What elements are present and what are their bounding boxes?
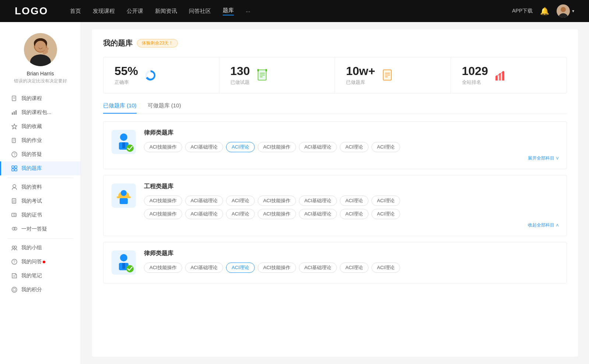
chevron-down-icon: ▾: [572, 8, 574, 14]
main-inner: 我的题库 体验剩余23天！ 55% 正确率: [92, 29, 578, 357]
bell-icon[interactable]: 🔔: [540, 7, 549, 15]
sidebar-item-certificate-label: 我的证书: [21, 212, 42, 218]
tag-l2-0[interactable]: ACI技能操作: [144, 263, 182, 273]
sidebar-item-exam[interactable]: 我的考试: [0, 194, 81, 208]
doc-icon: [11, 198, 18, 204]
tag-eng-r2-5[interactable]: ACI理论: [340, 209, 368, 219]
svg-point-1: [561, 7, 566, 12]
tag-l2-6[interactable]: ACI理论: [371, 263, 400, 273]
nav-qa[interactable]: 问答社区: [189, 8, 211, 15]
tag-eng-5[interactable]: ACI理论: [340, 196, 368, 206]
svg-point-31: [13, 201, 14, 201]
sidebar-item-group-label: 我的小组: [21, 245, 42, 251]
tag-l2-1[interactable]: ACI基础理论: [185, 263, 223, 273]
file-icon: [11, 95, 18, 102]
tag-lawyer1-5[interactable]: ACI理论: [340, 142, 368, 152]
bar-icon: [11, 109, 18, 116]
svg-rect-54: [257, 69, 259, 71]
tag-l2-4[interactable]: ACI基础理论: [299, 263, 337, 273]
tag-eng-0[interactable]: ACI技能操作: [144, 196, 182, 206]
tags-row-engineer-1: ACI技能操作 ACI基础理论 ACI理论 ACI技能操作 ACI基础理论 AC…: [144, 196, 559, 206]
category-card-engineer: 工程类题库 ACI技能操作 ACI基础理论 ACI理论 ACI技能操作 ACI基…: [103, 175, 567, 236]
notification-dot: [43, 261, 45, 263]
nav-home[interactable]: 首页: [70, 8, 81, 15]
sidebar-item-group[interactable]: 我的小组: [0, 241, 81, 255]
sidebar-item-qa[interactable]: ? 我的问答: [0, 255, 81, 269]
expand-lawyer1[interactable]: 展开全部科目 ∨: [144, 155, 559, 161]
tag-eng-r2-1[interactable]: ACI基础理论: [185, 209, 223, 219]
sidebar-item-course[interactable]: 我的课程: [0, 92, 81, 106]
category-name-engineer: 工程类题库: [144, 183, 559, 190]
stat-correct-label: 正确率: [114, 79, 138, 86]
nav-opencourse[interactable]: 公开课: [127, 8, 143, 15]
sidebar-item-notes[interactable]: 我的笔记: [0, 269, 81, 283]
nav-more[interactable]: ···: [246, 8, 250, 14]
tag-eng-r2-2[interactable]: ACI理论: [226, 209, 255, 219]
avatar-wrapper[interactable]: ▾: [557, 4, 574, 18]
tab-available[interactable]: 可做题库 (10): [148, 102, 181, 114]
app-download-btn[interactable]: APP下载: [512, 8, 533, 14]
tag-eng-6[interactable]: ACI理论: [371, 196, 400, 206]
svg-point-74: [121, 190, 127, 196]
tab-done[interactable]: 已做题库 (10): [103, 102, 137, 114]
tag-l2-2[interactable]: ACI理论: [226, 263, 255, 273]
sidebar-item-homework[interactable]: 我的作业: [0, 133, 81, 147]
logo: LOGO: [15, 5, 48, 17]
lawyer-icon: [111, 129, 137, 155]
sidebar-item-course-label: 我的课程: [21, 95, 42, 102]
tag-l2-3[interactable]: ACI技能操作: [258, 263, 296, 273]
tag-eng-3[interactable]: ACI技能操作: [258, 196, 296, 206]
nav-quiz[interactable]: 题库: [223, 7, 234, 15]
sidebar-item-tutoring[interactable]: 一对一答疑: [0, 222, 81, 236]
sidebar-item-package[interactable]: 我的课程包...: [0, 106, 81, 119]
navbar-right: APP下载 🔔 ▾: [512, 4, 574, 18]
sidebar-item-points[interactable]: 我的积分: [0, 283, 81, 297]
tag-l2-5[interactable]: ACI理论: [340, 263, 368, 273]
stat-done-quizzes-label: 已做题库: [346, 79, 375, 86]
category-card-lawyer2: 律师类题库 ACI技能操作 ACI基础理论 ACI理论 ACI技能操作 ACI基…: [103, 242, 567, 283]
group-icon: [11, 245, 18, 251]
stat-done-quizzes: 10w+ 已做题库: [335, 57, 451, 93]
svg-rect-14: [12, 113, 13, 115]
svg-rect-55: [265, 69, 267, 71]
tag-eng-r2-3[interactable]: ACI技能操作: [258, 209, 296, 219]
svg-point-40: [14, 246, 17, 248]
tag-lawyer1-3[interactable]: ACI技能操作: [258, 142, 296, 152]
svg-point-46: [13, 288, 16, 291]
tag-eng-1[interactable]: ACI基础理论: [185, 196, 223, 206]
svg-point-64: [496, 75, 497, 77]
sidebar-item-notes-label: 我的笔记: [21, 272, 42, 279]
svg-text:?: ?: [14, 153, 16, 157]
svg-point-33: [13, 202, 14, 203]
tag-eng-4[interactable]: ACI基础理论: [299, 196, 337, 206]
sidebar-item-favorites[interactable]: 我的收藏: [0, 119, 81, 133]
tag-lawyer1-6[interactable]: ACI理论: [371, 142, 400, 152]
grid-icon: [11, 165, 18, 172]
sidebar-item-quiz-label: 我的题库: [21, 165, 42, 172]
category-content-lawyer2: 律师类题库 ACI技能操作 ACI基础理论 ACI理论 ACI技能操作 ACI基…: [144, 250, 559, 276]
nav-discover[interactable]: 发现课程: [93, 8, 115, 15]
sidebar-item-questions[interactable]: ? 我的答疑: [0, 147, 81, 161]
tag-eng-r2-4[interactable]: ACI基础理论: [299, 209, 337, 219]
sidebar-item-profile[interactable]: 我的资料: [0, 180, 81, 194]
sidebar-item-tutoring-label: 一对一答疑: [21, 226, 47, 232]
svg-rect-62: [499, 74, 501, 81]
sidebar-item-quiz[interactable]: 我的题库: [0, 161, 81, 175]
sidebar-item-qa-label: 我的问答: [21, 258, 42, 265]
tag-lawyer1-4[interactable]: ACI基础理论: [299, 142, 337, 152]
tag-lawyer1-1[interactable]: ACI基础理论: [185, 142, 223, 152]
tag-lawyer1-2[interactable]: ACI理论: [226, 142, 255, 152]
page-title: 我的题库: [103, 38, 133, 48]
star-icon: [11, 123, 18, 130]
sidebar-item-certificate[interactable]: 我的证书: [0, 208, 81, 222]
tag-lawyer1-0[interactable]: ACI技能操作: [144, 142, 182, 152]
tag-eng-r2-6[interactable]: ACI理论: [371, 209, 400, 219]
stat-rank: 1029 全站排名: [451, 57, 567, 93]
collapse-engineer[interactable]: 收起全部科目 ∧: [144, 222, 559, 228]
avatar: [557, 4, 570, 18]
stat-done-tests-text: 130 已做试题: [230, 65, 250, 86]
tag-eng-2[interactable]: ACI理论: [226, 196, 255, 206]
sidebar-item-homework-label: 我的作业: [21, 137, 42, 144]
tag-eng-r2-0[interactable]: ACI技能操作: [144, 209, 182, 219]
nav-news[interactable]: 新闻资讯: [155, 8, 177, 15]
